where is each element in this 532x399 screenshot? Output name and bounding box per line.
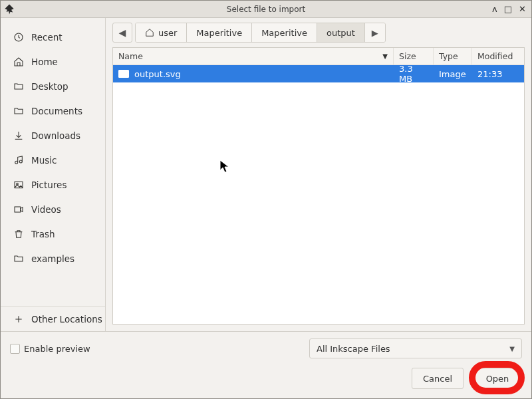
sidebar-item-examples[interactable]: examples (1, 246, 105, 271)
breadcrumb-segment[interactable]: output (317, 23, 365, 42)
checkbox-box (10, 344, 20, 354)
sidebar-item-desktop[interactable]: Desktop (1, 74, 105, 98)
music-icon (13, 154, 25, 166)
dialog-title: Select file to import (1, 5, 531, 14)
sidebar-item-label: Trash (31, 229, 55, 239)
breadcrumb-segment[interactable]: Maperitive (187, 23, 252, 42)
file-name: output.svg (134, 69, 181, 79)
col-header-name[interactable]: Name▼ (113, 48, 394, 65)
file-size: 3.3 MB (394, 65, 434, 84)
dialog-body: RecentHomeDesktopDocumentsDownloadsMusic… (1, 18, 531, 398)
sidebar-item-trash[interactable]: Trash (1, 221, 105, 246)
file-list: Name▼ Size Type Modified output.svg3.3 M… (112, 47, 525, 325)
video-icon (13, 203, 25, 215)
sort-desc-icon: ▼ (382, 53, 388, 60)
sidebar-item-recent[interactable]: Recent (1, 25, 105, 49)
checkbox-label: Enable preview (24, 344, 90, 354)
sidebar-item-label: Videos (31, 204, 61, 215)
sidebar-item-label: Desktop (31, 81, 68, 92)
clock-icon (13, 31, 25, 43)
download-icon (13, 130, 25, 142)
filter-label: All Inkscape Files (317, 344, 390, 354)
col-header-type[interactable]: Type (434, 48, 472, 65)
sidebar-item-label: Downloads (31, 130, 80, 141)
sidebar-item-documents[interactable]: Documents (1, 98, 105, 123)
cancel-button[interactable]: Cancel (412, 368, 464, 389)
breadcrumb-segment[interactable]: user (136, 23, 187, 42)
home-icon (145, 28, 154, 37)
file-type: Image (434, 69, 472, 79)
file-chooser-dialog: Select file to import ʌ □ ✕ RecentHomeDe… (0, 0, 532, 399)
maximize-button[interactable]: □ (504, 4, 512, 14)
sidebar-other-locations[interactable]: Other Locations (1, 307, 105, 331)
sidebar-item-home[interactable]: Home (1, 49, 105, 74)
places-sidebar: RecentHomeDesktopDocumentsDownloadsMusic… (1, 18, 106, 331)
folder-icon (13, 253, 25, 265)
sidebar-item-videos[interactable]: Videos (1, 197, 105, 221)
plus-icon (13, 313, 25, 325)
sidebar-item-label: Home (31, 57, 58, 67)
sidebar-item-label: Other Locations (31, 314, 102, 325)
breadcrumb-forward[interactable]: ▶ (365, 23, 385, 42)
folder-icon (13, 80, 25, 92)
file-row[interactable]: output.svg3.3 MBImage21:33 (113, 65, 524, 82)
file-modified: 21:33 (472, 69, 524, 79)
sidebar-item-label: Music (31, 155, 57, 166)
column-headers: Name▼ Size Type Modified (113, 48, 524, 65)
sidebar-item-label: examples (31, 253, 74, 264)
sidebar-item-label: Pictures (31, 180, 66, 190)
shade-button[interactable]: ʌ (492, 4, 497, 14)
dialog-footer: Enable preview All Inkscape Files ▼ Canc… (1, 331, 531, 398)
sidebar-item-pictures[interactable]: Pictures (1, 172, 105, 197)
image-icon (13, 179, 25, 191)
col-header-modified[interactable]: Modified (472, 48, 524, 65)
trash-icon (13, 228, 25, 240)
svg-rect-5 (15, 207, 21, 212)
folder-icon (13, 105, 25, 117)
svg-point-2 (19, 160, 22, 163)
sidebar-item-downloads[interactable]: Downloads (1, 123, 105, 148)
close-button[interactable]: ✕ (519, 4, 526, 14)
app-icon (1, 3, 18, 15)
sidebar-item-label: Documents (31, 106, 82, 116)
titlebar: Select file to import ʌ □ ✕ (1, 1, 531, 18)
breadcrumb-segment[interactable]: Maperitive (252, 23, 317, 42)
pathbar: ◀ userMaperitiveMaperitiveoutput▶ (106, 18, 531, 47)
nav-back-button[interactable]: ◀ (112, 23, 132, 43)
open-button[interactable]: Open (473, 368, 522, 389)
window-controls: ʌ □ ✕ (492, 4, 531, 14)
file-type-filter[interactable]: All Inkscape Files ▼ (309, 338, 522, 358)
home-icon (13, 56, 25, 68)
file-icon (118, 70, 129, 78)
sidebar-item-label: Recent (31, 32, 63, 43)
sidebar-item-music[interactable]: Music (1, 148, 105, 172)
svg-point-1 (15, 161, 18, 164)
chevron-down-icon: ▼ (509, 345, 515, 352)
col-header-size[interactable]: Size (394, 48, 434, 65)
svg-rect-3 (15, 182, 23, 188)
breadcrumb: userMaperitiveMaperitiveoutput▶ (135, 23, 386, 43)
enable-preview-checkbox[interactable]: Enable preview (10, 344, 90, 354)
